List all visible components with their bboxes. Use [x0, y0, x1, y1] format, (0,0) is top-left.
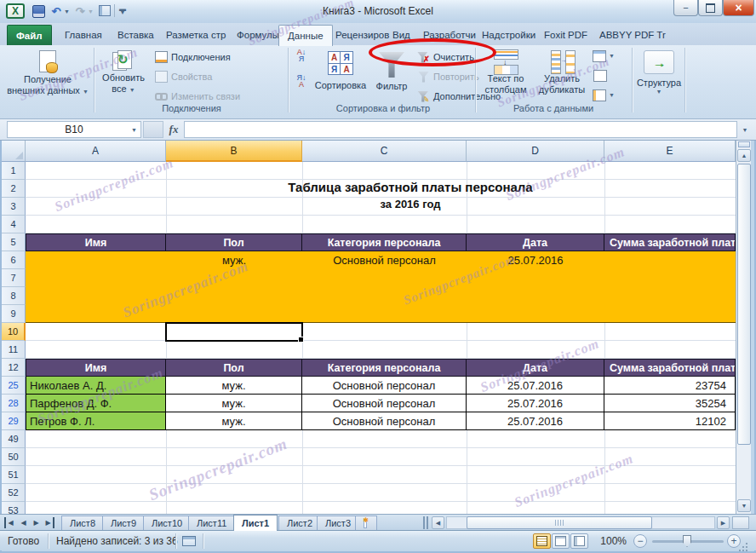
consolidate-button[interactable]: ⤴	[593, 69, 605, 82]
row-header-11[interactable]: 11	[2, 341, 26, 359]
macro-record-button[interactable]	[182, 536, 196, 546]
sheet-tab-list2[interactable]: Лист2	[278, 516, 321, 530]
zoom-slider-thumb[interactable]	[683, 535, 691, 547]
cell-a25[interactable]: Николаев А. Д.	[26, 377, 166, 395]
row-header-50[interactable]: 50	[2, 448, 26, 466]
horizontal-scroll-thumb[interactable]	[467, 516, 652, 529]
sheet-tab-list10[interactable]: Лист10	[143, 516, 191, 530]
hscroll-split-box[interactable]	[732, 516, 749, 529]
name-box-dropdown-icon[interactable]: ▼	[131, 127, 137, 133]
cell-d25[interactable]: 25.07.2016	[467, 377, 604, 395]
row-header-3[interactable]: 3	[2, 198, 26, 216]
data-validation-button[interactable]: ⊘ ▼	[593, 49, 615, 62]
sheet-tab-list3[interactable]: Лист3	[317, 516, 359, 530]
outline-button[interactable]: → Структура ▼	[637, 48, 681, 101]
cell-a28[interactable]: Парфенов Д. Ф.	[26, 395, 166, 412]
scroll-up-button[interactable]: ▲	[737, 149, 751, 162]
row-header-28[interactable]: 28	[2, 395, 26, 412]
row-header-1[interactable]: 1	[2, 162, 26, 180]
tab-insert[interactable]: Вставка	[109, 25, 163, 45]
sheet-tab-list9[interactable]: Лист9	[102, 516, 145, 530]
row-header-5[interactable]: 5	[2, 233, 26, 251]
sheet-tab-list8[interactable]: Лист8	[61, 516, 104, 530]
row-header-52[interactable]: 52	[2, 484, 26, 502]
row-header-25[interactable]: 25	[2, 377, 26, 395]
connections-button[interactable]: Подключения	[155, 49, 231, 65]
hscroll-right-button[interactable]: ▶	[717, 516, 730, 529]
fill-handle[interactable]	[298, 337, 304, 343]
row-header-4[interactable]: 4	[2, 216, 26, 233]
hscroll-left-button[interactable]: ◀	[432, 516, 444, 529]
remove-duplicates-button[interactable]: → Удалить дубликаты	[535, 48, 589, 101]
restore-window-button[interactable]	[698, 0, 723, 16]
properties-button[interactable]: Свойства	[155, 69, 212, 84]
column-header-e[interactable]: E	[604, 141, 736, 162]
vertical-scrollbar[interactable]: ▲ ▼	[736, 141, 751, 514]
last-sheet-button[interactable]: ▶	[43, 517, 54, 528]
scroll-down-button[interactable]: ▼	[737, 499, 751, 512]
tab-split-handle[interactable]	[423, 516, 428, 529]
summary-category-cell[interactable]: Основной персонал	[302, 251, 467, 269]
column-header-b[interactable]: B	[166, 141, 302, 162]
what-if-analysis-button[interactable]: ? ▼	[593, 89, 615, 101]
cell-e28[interactable]: 35254	[604, 395, 736, 412]
select-all-corner[interactable]	[2, 141, 26, 162]
cell-e29[interactable]: 12102	[604, 412, 736, 430]
tab-file[interactable]: Файл	[7, 25, 52, 45]
clear-filter-button[interactable]: ✗ Очистить	[417, 49, 474, 65]
formula-input[interactable]	[184, 121, 737, 138]
header2-cell-salary[interactable]: Сумма заработной платы	[604, 359, 736, 377]
close-window-button[interactable]: ×	[723, 0, 754, 16]
tab-abbyy-pdf[interactable]: ABBYY PDF Tr	[591, 25, 674, 45]
vertical-scroll-thumb[interactable]	[737, 164, 751, 445]
selected-cell-b10[interactable]	[165, 322, 303, 342]
row-header-51[interactable]: 51	[2, 466, 26, 484]
row-header-7[interactable]: 7	[2, 269, 26, 287]
row-header-29[interactable]: 29	[2, 412, 26, 430]
header2-cell-category[interactable]: Категория персонала	[302, 359, 467, 377]
zoom-level[interactable]: 100%	[596, 535, 627, 547]
insert-sheet-button[interactable]: ✱	[355, 516, 377, 530]
cell-d29[interactable]: 25.07.2016	[467, 412, 604, 430]
expand-formula-bar-icon[interactable]: ▼	[739, 124, 751, 135]
row-header-12[interactable]: 12	[2, 359, 26, 377]
cell-c28[interactable]: Основной персонал	[302, 395, 467, 412]
view-page-break-button[interactable]	[570, 533, 588, 549]
row-header-8[interactable]: 8	[2, 287, 26, 305]
reapply-filter-button[interactable]: Повторить	[417, 69, 479, 84]
summary-date-cell[interactable]: 25.07.2016	[467, 251, 604, 269]
row-header-6[interactable]: 6	[2, 251, 26, 269]
tab-foxit-pdf[interactable]: Foxit PDF	[536, 25, 596, 45]
cell-d28[interactable]: 25.07.2016	[467, 395, 604, 412]
first-sheet-button[interactable]: ◀	[4, 517, 15, 528]
header-cell-salary[interactable]: Сумма заработной платы	[604, 233, 736, 251]
row-header-49[interactable]: 49	[2, 430, 26, 448]
refresh-all-button[interactable]: ↻ Обновить все ▼	[99, 48, 148, 101]
zoom-in-button[interactable]: +	[727, 534, 741, 548]
cell-c25[interactable]: Основной персонал	[302, 377, 467, 395]
header-cell-name[interactable]: Имя	[26, 233, 166, 251]
sheet-tab-list11[interactable]: Лист11	[188, 516, 235, 530]
next-sheet-button[interactable]: ▶	[31, 517, 42, 528]
summary-gender-cell[interactable]: муж.	[166, 251, 302, 269]
header-cell-category[interactable]: Категория персонала	[302, 233, 467, 251]
name-box[interactable]: B10 ▼	[7, 121, 141, 138]
tab-home[interactable]: Главная	[56, 25, 111, 45]
header-cell-gender[interactable]: Пол	[166, 233, 302, 251]
row-header-53[interactable]: 53	[2, 502, 26, 514]
sort-descending-button[interactable]: Я↓ А	[293, 74, 310, 95]
tab-page-layout[interactable]: Разметка стр	[158, 25, 234, 45]
prev-sheet-button[interactable]: ◀	[18, 517, 29, 528]
sheet-tab-list1[interactable]: Лист1	[233, 515, 278, 531]
edit-links-button[interactable]: Изменить связи	[155, 89, 240, 104]
cell-b29[interactable]: муж.	[166, 412, 302, 430]
cell-c29[interactable]: Основной персонал	[302, 412, 467, 430]
column-header-a[interactable]: A	[26, 141, 166, 162]
tab-data[interactable]: Данные	[278, 25, 333, 46]
column-header-c[interactable]: C	[302, 141, 467, 162]
sort-ascending-button[interactable]: А↓ Я	[293, 49, 310, 69]
split-box[interactable]	[738, 141, 750, 147]
minimize-window-button[interactable]: −	[673, 0, 698, 16]
row-header-9[interactable]: 9	[2, 305, 26, 323]
column-header-d[interactable]: D	[467, 141, 604, 162]
